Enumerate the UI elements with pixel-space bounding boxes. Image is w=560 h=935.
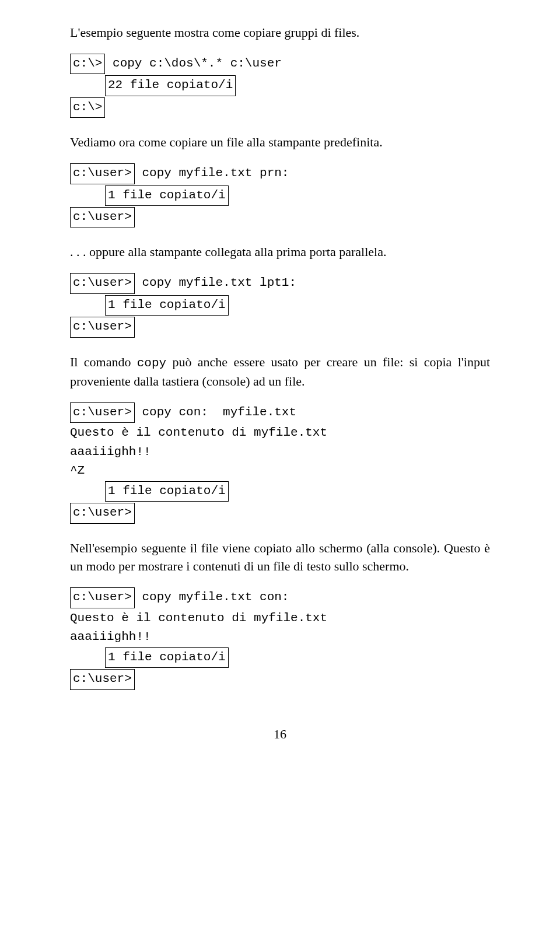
code-block-2: c:\user> copy myfile.txt prn: 1 file cop…	[70, 163, 490, 227]
code-line: 1 file copiato/i	[70, 185, 490, 206]
result: 1 file copiato/i	[105, 647, 229, 668]
code-line: c:\user>	[70, 207, 490, 227]
result: 1 file copiato/i	[105, 481, 229, 502]
prompt: c:\>	[70, 54, 105, 74]
result: 1 file copiato/i	[105, 295, 229, 316]
code-line: Questo è il contenuto di myfile.txt	[70, 424, 490, 442]
prompt: c:\user>	[70, 163, 135, 184]
page-number: 16	[70, 725, 490, 744]
code-line: 22 file copiato/i	[70, 75, 490, 96]
prompt: c:\user>	[70, 402, 135, 423]
result: 22 file copiato/i	[105, 75, 236, 96]
paragraph-4: Il comando copy può anche essere usato p…	[70, 353, 490, 391]
code-line: c:\user> copy myfile.txt lpt1:	[70, 273, 490, 293]
result: 1 file copiato/i	[105, 185, 229, 206]
code-block-5: c:\user> copy myfile.txt con: Questo è i…	[70, 587, 490, 689]
paragraph-1: L'esempio seguente mostra come copiare g…	[70, 23, 490, 42]
paragraph-5: Nell'esempio seguente il file viene copi…	[70, 539, 490, 576]
prompt: c:\user>	[70, 317, 135, 337]
code-line: aaaiiighh!!	[70, 443, 490, 461]
code-line: c:\> copy c:\dos\*.* c:\user	[70, 54, 490, 74]
code-line: c:\user>	[70, 317, 490, 337]
code-line: Questo è il contenuto di myfile.txt	[70, 610, 490, 627]
prompt: c:\>	[70, 97, 105, 118]
code-block-3: c:\user> copy myfile.txt lpt1: 1 file co…	[70, 273, 490, 337]
code-line: 1 file copiato/i	[70, 647, 490, 668]
command-text: copy myfile.txt lpt1:	[135, 276, 296, 289]
code-line: 1 file copiato/i	[70, 481, 490, 502]
code-block-4: c:\user> copy con: myfile.txt Questo è i…	[70, 402, 490, 524]
code-line: ^Z	[70, 462, 490, 479]
prompt: c:\user>	[70, 503, 135, 523]
command-text: copy myfile.txt prn:	[135, 166, 289, 180]
command-text: copy c:\dos\*.* c:\user	[105, 57, 281, 70]
code-line: 1 file copiato/i	[70, 295, 490, 316]
prompt: c:\user>	[70, 587, 135, 608]
command-text: copy con: myfile.txt	[135, 405, 296, 419]
code-line: c:\user> copy con: myfile.txt	[70, 402, 490, 423]
code-line: c:\user>	[70, 669, 490, 689]
code-line: aaaiiighh!!	[70, 628, 490, 646]
paragraph-3: . . . oppure alla stampante collegata al…	[70, 243, 490, 261]
prompt: c:\user>	[70, 669, 135, 689]
code-line: c:\>	[70, 97, 490, 118]
command-text: copy myfile.txt con:	[135, 590, 289, 604]
paragraph-2: Vediamo ora come copiare un file alla st…	[70, 133, 490, 152]
code-block-1: c:\> copy c:\dos\*.* c:\user 22 file cop…	[70, 54, 490, 118]
prompt: c:\user>	[70, 207, 135, 227]
code-line: c:\user> copy myfile.txt prn:	[70, 163, 490, 184]
code-line: c:\user>	[70, 503, 490, 523]
page: L'esempio seguente mostra come copiare g…	[0, 0, 560, 935]
prompt: c:\user>	[70, 273, 135, 293]
code-line: c:\user> copy myfile.txt con:	[70, 587, 490, 608]
